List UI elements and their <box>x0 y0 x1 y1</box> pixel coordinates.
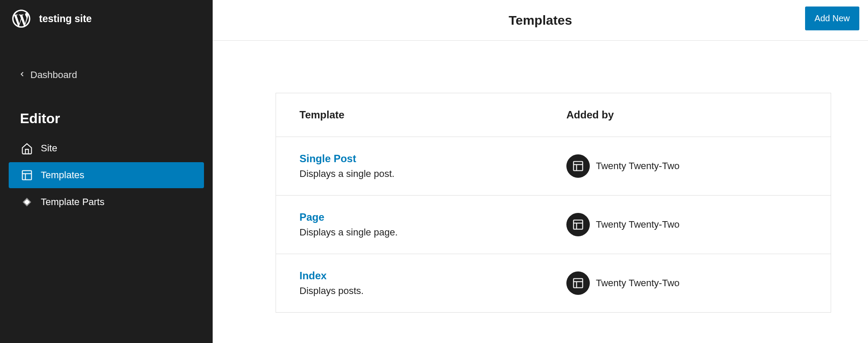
nav-item-label: Template Parts <box>41 196 105 208</box>
added-by-cell: Twenty Twenty-Two <box>566 154 807 178</box>
added-by-cell: Twenty Twenty-Two <box>566 271 807 295</box>
svg-rect-11 <box>574 279 583 288</box>
theme-name: Twenty Twenty-Two <box>596 160 680 172</box>
template-name-link[interactable]: Single Post <box>299 153 566 165</box>
nav-item-templates[interactable]: Templates <box>9 162 204 188</box>
template-description: Displays a single page. <box>299 227 566 238</box>
main-header: Templates Add New <box>213 0 868 41</box>
table-row: Index Displays posts. Twenty Twenty-Two <box>276 254 831 312</box>
diamond-icon <box>21 196 33 208</box>
back-to-dashboard-link[interactable]: Dashboard <box>0 61 213 89</box>
site-name: testing site <box>39 13 92 25</box>
nav-item-template-parts[interactable]: Template Parts <box>9 189 204 215</box>
template-cell: Single Post Displays a single post. <box>299 153 566 180</box>
editor-heading: Editor <box>0 98 213 135</box>
template-cell: Page Displays a single page. <box>299 211 566 238</box>
nav-item-label: Site <box>41 143 57 154</box>
theme-layout-icon <box>566 213 590 236</box>
add-new-button[interactable]: Add New <box>805 7 859 30</box>
svg-rect-5 <box>574 162 583 171</box>
svg-rect-8 <box>574 220 583 229</box>
theme-layout-icon <box>566 154 590 178</box>
theme-layout-icon <box>566 271 590 295</box>
theme-name: Twenty Twenty-Two <box>596 219 680 230</box>
content-area: Template Added by Single Post Displays a… <box>213 41 868 313</box>
templates-table: Template Added by Single Post Displays a… <box>276 93 831 313</box>
wordpress-logo-icon[interactable] <box>10 8 32 29</box>
page-title: Templates <box>509 13 572 28</box>
column-header-added-by: Added by <box>566 109 807 121</box>
template-description: Displays posts. <box>299 285 566 297</box>
column-header-template: Template <box>299 109 566 121</box>
added-by-cell: Twenty Twenty-Two <box>566 213 807 236</box>
chevron-left-icon <box>18 69 26 81</box>
table-row: Single Post Displays a single post. Twen… <box>276 137 831 196</box>
template-description: Displays a single post. <box>299 168 566 180</box>
nav-list: Site Templates Template Parts <box>0 135 213 216</box>
theme-name: Twenty Twenty-Two <box>596 278 680 289</box>
nav-item-label: Templates <box>41 170 84 181</box>
main-content: Templates Add New Template Added by Sing… <box>213 0 868 343</box>
template-name-link[interactable]: Index <box>299 270 566 282</box>
table-header: Template Added by <box>276 93 831 137</box>
home-icon <box>21 142 33 154</box>
sidebar-header: testing site <box>0 0 213 37</box>
table-row: Page Displays a single page. Twenty Twen… <box>276 196 831 254</box>
layout-icon <box>21 169 33 181</box>
back-link-label: Dashboard <box>30 69 77 81</box>
nav-item-site[interactable]: Site <box>9 135 204 161</box>
svg-rect-0 <box>23 171 32 180</box>
sidebar: testing site Dashboard Editor Site <box>0 0 213 343</box>
template-cell: Index Displays posts. <box>299 270 566 297</box>
template-name-link[interactable]: Page <box>299 211 566 223</box>
